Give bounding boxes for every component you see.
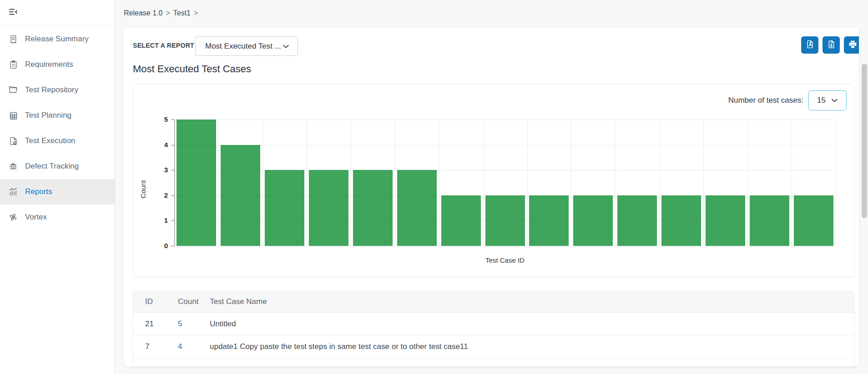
calendar-icon bbox=[8, 110, 19, 121]
y-tick-mark bbox=[171, 120, 174, 120]
y-tick-mark bbox=[171, 246, 174, 246]
bar[interactable] bbox=[309, 170, 348, 246]
chevron-down-icon bbox=[283, 42, 289, 50]
select-report-label: SELECT A REPORT bbox=[133, 42, 194, 49]
bar[interactable] bbox=[397, 170, 437, 246]
sidebar-item-label: Test Repository bbox=[25, 85, 78, 95]
page-title: Most Executed Test Cases bbox=[133, 63, 251, 75]
pinwheel-icon bbox=[8, 212, 19, 223]
vertical-gridline bbox=[439, 120, 439, 246]
sidebar-item-requirements[interactable]: Requirements bbox=[0, 52, 115, 77]
export-pdf-button[interactable] bbox=[801, 36, 818, 54]
file-archive-icon bbox=[827, 40, 836, 50]
sidebar-item-reports[interactable]: Reports bbox=[0, 179, 115, 204]
report-select-dropdown[interactable]: Most Executed Test ... bbox=[195, 36, 298, 56]
horizontal-gridline bbox=[174, 120, 836, 120]
sidebar: Release SummaryRequirementsTest Reposito… bbox=[0, 0, 115, 374]
y-tick-label: 3 bbox=[152, 166, 168, 174]
sidebar-item-defect-tracking[interactable]: Defect Tracking bbox=[0, 154, 115, 179]
printer-icon bbox=[848, 40, 858, 50]
sidebar-item-test-execution[interactable]: Test Execution bbox=[0, 128, 115, 154]
export-button-group bbox=[801, 36, 859, 54]
x-axis-line bbox=[174, 246, 836, 246]
vertical-gridline bbox=[571, 120, 571, 246]
y-tick-label: 4 bbox=[152, 141, 168, 149]
sidebar-item-label: Reports bbox=[25, 187, 52, 196]
table-row: 243Untitled1 bbox=[133, 358, 854, 367]
vertical-gridline bbox=[351, 120, 351, 246]
cell-test-case-name: update1 Copy paste the test steps in sam… bbox=[210, 342, 854, 351]
column-header-id: ID bbox=[145, 297, 178, 306]
cell-count-link[interactable]: 5 bbox=[178, 319, 210, 329]
bar[interactable] bbox=[353, 170, 393, 246]
horizontal-gridline bbox=[174, 220, 836, 221]
clipboard-icon bbox=[8, 59, 19, 70]
bar[interactable] bbox=[265, 170, 304, 246]
sidebar-item-release-summary[interactable]: Release Summary bbox=[0, 26, 115, 52]
column-header-count: Count bbox=[178, 297, 210, 306]
breadcrumb-item[interactable]: Test1 bbox=[173, 9, 191, 17]
vertical-gridline bbox=[703, 120, 704, 246]
cell-id: 21 bbox=[145, 319, 178, 329]
report-select-value: Most Executed Test ... bbox=[205, 42, 283, 51]
export-excel-button[interactable] bbox=[823, 36, 840, 54]
table-row: 74update1 Copy paste the test steps in s… bbox=[133, 335, 854, 358]
folder-icon bbox=[8, 85, 19, 95]
breadcrumb: Release 1.0>Test1> bbox=[124, 9, 201, 17]
table-header-row: IDCountTest Case Name bbox=[133, 291, 854, 313]
sidebar-item-test-planning[interactable]: Test Planning bbox=[0, 103, 115, 128]
file-check-icon bbox=[8, 135, 19, 146]
sidebar-nav: Release SummaryRequirementsTest Reposito… bbox=[0, 25, 115, 230]
table-body: 215Untitled74update1 Copy paste the test… bbox=[133, 313, 854, 367]
sidebar-item-vortex[interactable]: Vortex bbox=[0, 204, 115, 230]
results-table: IDCountTest Case Name 215Untitled74updat… bbox=[132, 291, 854, 367]
report-panel: SELECT A REPORT Most Executed Test ... M… bbox=[123, 27, 859, 367]
x-axis-title: Test Case ID bbox=[174, 256, 836, 264]
vertical-gridline bbox=[527, 120, 528, 246]
vertical-gridline bbox=[483, 120, 484, 246]
horizontal-gridline bbox=[174, 170, 836, 170]
bar-chart-icon bbox=[8, 186, 19, 197]
vertical-gridline bbox=[792, 120, 792, 246]
y-tick-mark bbox=[171, 195, 174, 196]
content-area: Release 1.0>Test1> SELECT A REPORT Most … bbox=[115, 0, 868, 374]
bug-icon bbox=[8, 161, 19, 172]
cell-test-case-name: Untitled1 bbox=[210, 365, 854, 367]
sidebar-item-test-repository[interactable]: Test Repository bbox=[0, 77, 115, 103]
print-button[interactable] bbox=[844, 36, 859, 54]
y-tick-label: 1 bbox=[152, 216, 168, 224]
column-header-test-case-name: Test Case Name bbox=[210, 297, 854, 306]
vertical-gridline bbox=[307, 120, 307, 246]
breadcrumb-item[interactable]: Release 1.0 bbox=[124, 9, 162, 17]
document-icon bbox=[8, 34, 19, 45]
vertical-gridline bbox=[395, 120, 395, 246]
file-pdf-icon bbox=[805, 40, 815, 50]
horizontal-gridline bbox=[174, 145, 836, 145]
cell-id: 7 bbox=[145, 342, 178, 351]
vertical-scrollbar[interactable] bbox=[862, 64, 867, 218]
sidebar-item-label: Defect Tracking bbox=[25, 162, 79, 171]
y-tick-label: 0 bbox=[152, 242, 168, 249]
breadcrumb-separator: > bbox=[166, 9, 170, 17]
cell-count-link[interactable]: 4 bbox=[178, 342, 210, 351]
vertical-gridline bbox=[747, 120, 748, 246]
sidebar-item-label: Test Execution bbox=[25, 136, 76, 145]
breadcrumb-separator: > bbox=[194, 9, 198, 17]
cell-test-case-name: Untitled bbox=[210, 319, 854, 329]
y-tick-mark bbox=[171, 170, 174, 170]
cell-id: 24 bbox=[145, 365, 178, 367]
y-tick-label: 2 bbox=[152, 191, 168, 199]
sidebar-item-label: Requirements bbox=[25, 60, 73, 69]
vertical-gridline bbox=[218, 120, 219, 246]
y-axis-line bbox=[174, 120, 175, 246]
sidebar-collapse-button[interactable] bbox=[6, 6, 20, 20]
bar-chart: 012345 bbox=[133, 85, 855, 278]
vertical-gridline bbox=[615, 120, 616, 246]
app-window: Release SummaryRequirementsTest Reposito… bbox=[0, 0, 868, 374]
sidebar-item-label: Test Planning bbox=[25, 111, 71, 120]
y-tick-mark bbox=[171, 220, 174, 221]
chart-card: Number of test cases: 15 012345 Count Te… bbox=[132, 84, 854, 277]
y-axis-title: Count bbox=[139, 167, 147, 199]
bar[interactable] bbox=[177, 120, 216, 246]
cell-count-link[interactable]: 3 bbox=[178, 365, 210, 367]
